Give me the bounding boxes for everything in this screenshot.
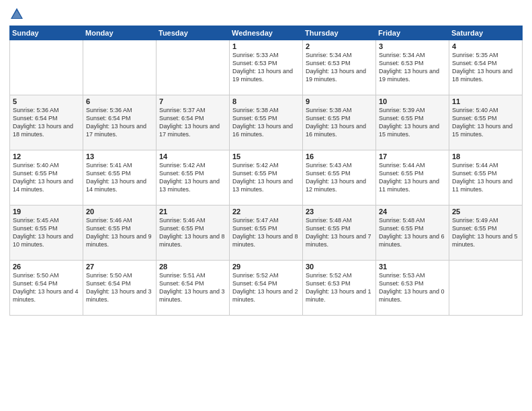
day-info: Sunrise: 5:40 AM Sunset: 6:55 PM Dayligh…: [13, 161, 80, 194]
calendar-cell: 13Sunrise: 5:41 AM Sunset: 6:55 PM Dayli…: [83, 150, 157, 205]
day-info: Sunrise: 5:39 AM Sunset: 6:55 PM Dayligh…: [379, 106, 446, 139]
calendar-cell: [10, 40, 83, 95]
day-number: 10: [379, 97, 446, 105]
logo-icon: [9, 7, 24, 21]
calendar-cell: 15Sunrise: 5:42 AM Sunset: 6:55 PM Dayli…: [230, 150, 303, 205]
day-number: 17: [379, 152, 446, 161]
day-number: 1: [232, 42, 300, 50]
calendar-cell: 29Sunrise: 5:52 AM Sunset: 6:54 PM Dayli…: [230, 261, 303, 316]
calendar-cell: 5Sunrise: 5:36 AM Sunset: 6:54 PM Daylig…: [10, 95, 83, 150]
day-number: 16: [306, 152, 373, 161]
week-row-5: 26Sunrise: 5:50 AM Sunset: 6:54 PM Dayli…: [10, 261, 523, 316]
week-row-3: 12Sunrise: 5:40 AM Sunset: 6:55 PM Dayli…: [10, 150, 523, 205]
day-info: Sunrise: 5:52 AM Sunset: 6:54 PM Dayligh…: [232, 271, 300, 304]
day-info: Sunrise: 5:43 AM Sunset: 6:55 PM Dayligh…: [306, 161, 373, 194]
day-number: 8: [232, 97, 300, 105]
calendar-cell: 8Sunrise: 5:38 AM Sunset: 6:55 PM Daylig…: [230, 95, 303, 150]
calendar-table: SundayMondayTuesdayWednesdayThursdayFrid…: [9, 26, 523, 316]
week-row-1: 1Sunrise: 5:33 AM Sunset: 6:53 PM Daylig…: [10, 40, 523, 95]
day-info: Sunrise: 5:34 AM Sunset: 6:53 PM Dayligh…: [306, 51, 373, 84]
week-row-2: 5Sunrise: 5:36 AM Sunset: 6:54 PM Daylig…: [10, 95, 523, 150]
logo: [9, 7, 26, 21]
day-number: 26: [13, 263, 80, 271]
calendar-cell: 17Sunrise: 5:44 AM Sunset: 6:55 PM Dayli…: [376, 150, 449, 205]
day-info: Sunrise: 5:47 AM Sunset: 6:55 PM Dayligh…: [232, 216, 300, 249]
calendar-cell: 12Sunrise: 5:40 AM Sunset: 6:55 PM Dayli…: [10, 150, 83, 205]
day-info: Sunrise: 5:44 AM Sunset: 6:55 PM Dayligh…: [379, 161, 446, 194]
day-info: Sunrise: 5:46 AM Sunset: 6:55 PM Dayligh…: [159, 216, 226, 249]
day-info: Sunrise: 5:49 AM Sunset: 6:55 PM Dayligh…: [452, 216, 519, 249]
calendar-cell: [157, 40, 230, 95]
day-number: 27: [86, 263, 153, 271]
calendar-cell: 25Sunrise: 5:49 AM Sunset: 6:55 PM Dayli…: [449, 205, 523, 261]
day-number: 21: [159, 208, 226, 216]
day-number: 13: [86, 152, 153, 161]
calendar-cell: 23Sunrise: 5:48 AM Sunset: 6:55 PM Dayli…: [303, 205, 376, 261]
day-number: 11: [452, 97, 519, 105]
day-info: Sunrise: 5:48 AM Sunset: 6:55 PM Dayligh…: [306, 216, 373, 249]
calendar-cell: 27Sunrise: 5:50 AM Sunset: 6:54 PM Dayli…: [83, 261, 157, 316]
day-number: 23: [306, 208, 373, 216]
day-number: 7: [159, 97, 226, 105]
day-number: 31: [379, 263, 446, 271]
day-info: Sunrise: 5:44 AM Sunset: 6:55 PM Dayligh…: [452, 161, 519, 194]
calendar-cell: 26Sunrise: 5:50 AM Sunset: 6:54 PM Dayli…: [10, 261, 83, 316]
weekday-header-monday: Monday: [83, 26, 157, 40]
day-number: 19: [13, 208, 80, 216]
calendar-header: SundayMondayTuesdayWednesdayThursdayFrid…: [10, 26, 523, 40]
day-info: Sunrise: 5:42 AM Sunset: 6:55 PM Dayligh…: [159, 161, 226, 194]
day-number: 20: [86, 208, 153, 216]
day-info: Sunrise: 5:33 AM Sunset: 6:53 PM Dayligh…: [232, 51, 300, 84]
day-number: 29: [232, 263, 300, 271]
calendar-body: 1Sunrise: 5:33 AM Sunset: 6:53 PM Daylig…: [10, 40, 523, 316]
day-info: Sunrise: 5:53 AM Sunset: 6:53 PM Dayligh…: [379, 271, 446, 304]
calendar-cell: [449, 261, 523, 316]
weekday-header-sunday: Sunday: [10, 26, 83, 40]
calendar-cell: 3Sunrise: 5:34 AM Sunset: 6:53 PM Daylig…: [376, 40, 449, 95]
day-number: 18: [452, 152, 519, 161]
day-number: 9: [306, 97, 373, 105]
day-number: 2: [306, 42, 373, 50]
day-info: Sunrise: 5:48 AM Sunset: 6:55 PM Dayligh…: [379, 216, 446, 249]
weekday-header-tuesday: Tuesday: [157, 26, 230, 40]
day-info: Sunrise: 5:36 AM Sunset: 6:54 PM Dayligh…: [13, 106, 80, 139]
day-number: 6: [86, 97, 153, 105]
calendar-cell: 16Sunrise: 5:43 AM Sunset: 6:55 PM Dayli…: [303, 150, 376, 205]
day-info: Sunrise: 5:41 AM Sunset: 6:55 PM Dayligh…: [86, 161, 153, 194]
day-number: 12: [13, 152, 80, 161]
day-info: Sunrise: 5:38 AM Sunset: 6:55 PM Dayligh…: [306, 106, 373, 139]
day-number: 25: [452, 208, 519, 216]
day-info: Sunrise: 5:42 AM Sunset: 6:55 PM Dayligh…: [232, 161, 300, 194]
day-number: 14: [159, 152, 226, 161]
calendar-cell: 18Sunrise: 5:44 AM Sunset: 6:55 PM Dayli…: [449, 150, 523, 205]
day-number: 28: [159, 263, 226, 271]
day-number: 4: [452, 42, 519, 50]
day-number: 15: [232, 152, 300, 161]
header: [9, 7, 523, 21]
day-info: Sunrise: 5:38 AM Sunset: 6:55 PM Dayligh…: [232, 106, 300, 139]
calendar-cell: 7Sunrise: 5:37 AM Sunset: 6:54 PM Daylig…: [157, 95, 230, 150]
calendar-cell: 4Sunrise: 5:35 AM Sunset: 6:54 PM Daylig…: [449, 40, 523, 95]
day-info: Sunrise: 5:46 AM Sunset: 6:55 PM Dayligh…: [86, 216, 153, 249]
day-info: Sunrise: 5:50 AM Sunset: 6:54 PM Dayligh…: [86, 271, 153, 304]
day-info: Sunrise: 5:40 AM Sunset: 6:55 PM Dayligh…: [452, 106, 519, 139]
day-info: Sunrise: 5:36 AM Sunset: 6:54 PM Dayligh…: [86, 106, 153, 139]
calendar-cell: 21Sunrise: 5:46 AM Sunset: 6:55 PM Dayli…: [157, 205, 230, 261]
calendar-cell: 1Sunrise: 5:33 AM Sunset: 6:53 PM Daylig…: [230, 40, 303, 95]
day-number: 22: [232, 208, 300, 216]
calendar-cell: [83, 40, 157, 95]
weekday-header-wednesday: Wednesday: [230, 26, 303, 40]
weekday-header-thursday: Thursday: [303, 26, 376, 40]
day-number: 24: [379, 208, 446, 216]
page: SundayMondayTuesdayWednesdayThursdayFrid…: [0, 0, 532, 411]
calendar-cell: 31Sunrise: 5:53 AM Sunset: 6:53 PM Dayli…: [376, 261, 449, 316]
calendar-cell: 6Sunrise: 5:36 AM Sunset: 6:54 PM Daylig…: [83, 95, 157, 150]
calendar-cell: 14Sunrise: 5:42 AM Sunset: 6:55 PM Dayli…: [157, 150, 230, 205]
calendar-cell: 30Sunrise: 5:52 AM Sunset: 6:53 PM Dayli…: [303, 261, 376, 316]
day-info: Sunrise: 5:51 AM Sunset: 6:54 PM Dayligh…: [159, 271, 226, 304]
calendar-cell: 22Sunrise: 5:47 AM Sunset: 6:55 PM Dayli…: [230, 205, 303, 261]
day-info: Sunrise: 5:37 AM Sunset: 6:54 PM Dayligh…: [159, 106, 226, 139]
calendar-cell: 11Sunrise: 5:40 AM Sunset: 6:55 PM Dayli…: [449, 95, 523, 150]
day-number: 30: [306, 263, 373, 271]
weekday-header-friday: Friday: [376, 26, 449, 40]
